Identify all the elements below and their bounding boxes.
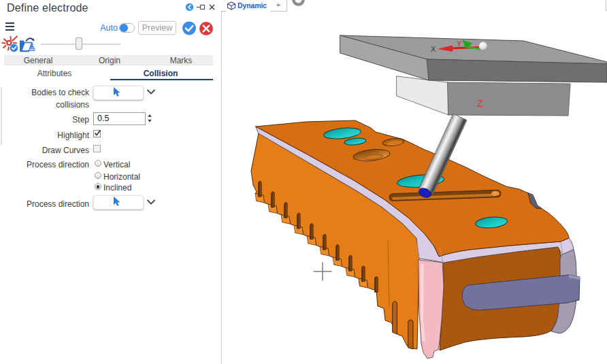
svg-text:Z: Z	[477, 98, 483, 109]
svg-text:X: X	[431, 45, 436, 53]
svg-text:Y: Y	[457, 39, 462, 48]
